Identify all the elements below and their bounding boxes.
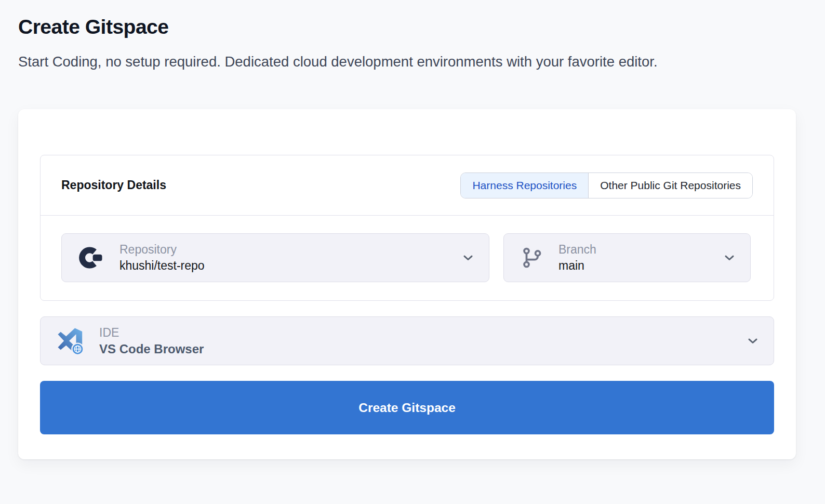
repository-details-header: Repository Details Harness Repositories …: [41, 155, 774, 216]
create-gitspace-button[interactable]: Create Gitspace: [40, 381, 774, 434]
repository-select-texts: Repository khushi/test-repo: [119, 243, 461, 273]
page-subtitle: Start Coding, no setup required. Dedicat…: [18, 51, 759, 72]
gitspace-form-card: Repository Details Harness Repositories …: [18, 109, 796, 459]
ide-value: VS Code Browser: [99, 342, 746, 356]
repository-details-body: Repository khushi/test-repo: [41, 216, 774, 300]
ide-label: IDE: [99, 326, 746, 340]
harness-code-repo-icon: [78, 244, 105, 271]
branch-select[interactable]: Branch main: [503, 233, 751, 282]
vscode-browser-icon: [56, 326, 85, 355]
page-title: Create Gitspace: [18, 16, 807, 38]
repository-label: Repository: [119, 243, 461, 257]
branch-value: main: [558, 259, 722, 273]
repository-value: khushi/test-repo: [119, 259, 461, 273]
repository-select[interactable]: Repository khushi/test-repo: [61, 233, 489, 282]
ide-select-texts: IDE VS Code Browser: [99, 326, 746, 356]
branch-label: Branch: [558, 243, 722, 257]
tab-other-public-git-repositories[interactable]: Other Public Git Repositories: [588, 173, 752, 198]
branch-select-texts: Branch main: [558, 243, 722, 273]
create-gitspace-page: Create Gitspace Start Coding, no setup r…: [0, 0, 825, 459]
repository-source-tab-group: Harness Repositories Other Public Git Re…: [460, 173, 753, 198]
tab-harness-repositories[interactable]: Harness Repositories: [461, 173, 588, 198]
git-branch-icon: [521, 246, 544, 270]
chevron-down-icon: [461, 250, 475, 265]
chevron-down-icon: [722, 250, 737, 265]
repository-details-section: Repository Details Harness Repositories …: [40, 155, 774, 301]
chevron-down-icon: [746, 334, 760, 348]
repository-details-heading: Repository Details: [61, 178, 166, 192]
ide-select[interactable]: IDE VS Code Browser: [40, 316, 774, 365]
